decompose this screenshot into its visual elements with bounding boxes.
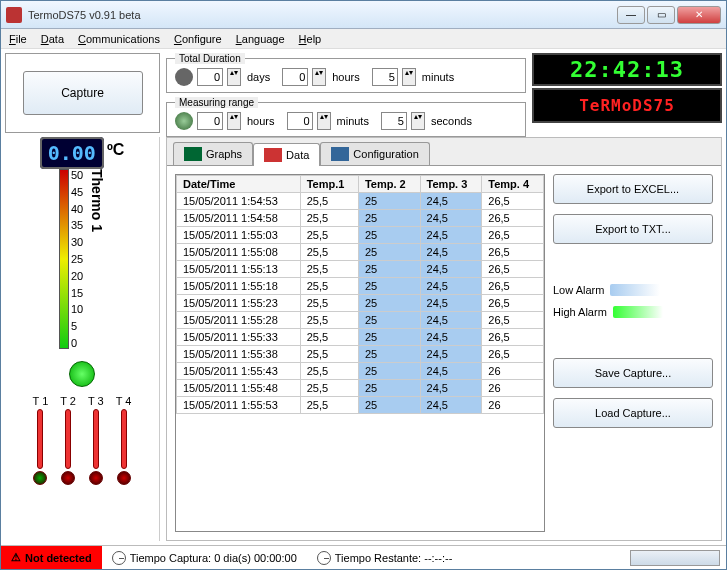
range-hours-spinner[interactable]: ▴▾ <box>227 112 241 130</box>
table-cell: 25,5 <box>300 261 358 278</box>
table-cell: 25,5 <box>300 278 358 295</box>
thermometer-panel: 0.00 ºC 50454035302520151050 Thermo 1 T … <box>5 137 160 541</box>
column-header[interactable]: Temp. 2 <box>358 176 420 193</box>
table-row[interactable]: 15/05/2011 1:55:5325,52524,526 <box>177 397 544 414</box>
status-remaining-time: Tiempo Restante: --:--:-- <box>307 546 463 569</box>
table-row[interactable]: 15/05/2011 1:55:2825,52524,526,5 <box>177 312 544 329</box>
table-cell: 25 <box>358 397 420 414</box>
config-icon <box>331 147 349 161</box>
tab-configuration[interactable]: Configuration <box>320 142 429 165</box>
table-cell: 25 <box>358 278 420 295</box>
table-cell: 25,5 <box>300 244 358 261</box>
table-row[interactable]: 15/05/2011 1:54:5325,52524,526,5 <box>177 193 544 210</box>
table-row[interactable]: 15/05/2011 1:55:3325,52524,526,5 <box>177 329 544 346</box>
table-row[interactable]: 15/05/2011 1:55:4325,52524,526 <box>177 363 544 380</box>
table-cell: 24,5 <box>420 227 482 244</box>
table-cell: 24,5 <box>420 261 482 278</box>
table-cell: 24,5 <box>420 363 482 380</box>
logo-label: TeRMoDS75 <box>532 88 722 123</box>
days-spinner[interactable]: ▴▾ <box>227 68 241 86</box>
range-seconds-spinner[interactable]: ▴▾ <box>411 112 425 130</box>
table-row[interactable]: 15/05/2011 1:55:4825,52524,526 <box>177 380 544 397</box>
table-row[interactable]: 15/05/2011 1:55:1325,52524,526,5 <box>177 261 544 278</box>
export-excel-button[interactable]: Export to EXCEL... <box>553 174 713 204</box>
table-cell: 25,5 <box>300 329 358 346</box>
table-row[interactable]: 15/05/2011 1:55:3825,52524,526,5 <box>177 346 544 363</box>
range-seconds-field[interactable]: 5 <box>381 112 407 130</box>
table-cell: 25 <box>358 312 420 329</box>
hours-label: hours <box>332 71 360 83</box>
capture-button[interactable]: Capture <box>23 71 143 115</box>
menu-help[interactable]: Help <box>299 33 322 45</box>
export-txt-button[interactable]: Export to TXT... <box>553 214 713 244</box>
data-table-container[interactable]: Date/TimeTemp.1Temp. 2Temp. 3Temp. 415/0… <box>175 174 545 532</box>
status-capture-time: Tiempo Captura: 0 dia(s) 00:00:00 <box>102 546 307 569</box>
column-header[interactable]: Temp. 4 <box>482 176 544 193</box>
range-hours-field[interactable]: 0 <box>197 112 223 130</box>
maximize-button[interactable]: ▭ <box>647 6 675 24</box>
table-cell: 24,5 <box>420 244 482 261</box>
scale-tick: 30 <box>71 236 83 248</box>
hours-field[interactable]: 0 <box>282 68 308 86</box>
range-minuts-field[interactable]: 0 <box>287 112 313 130</box>
table-cell: 24,5 <box>420 329 482 346</box>
table-cell: 15/05/2011 1:55:18 <box>177 278 301 295</box>
table-cell: 25 <box>358 363 420 380</box>
low-alarm-swatch <box>610 284 660 296</box>
table-cell: 24,5 <box>420 397 482 414</box>
range-minuts-spinner[interactable]: ▴▾ <box>317 112 331 130</box>
tab-config-label: Configuration <box>353 148 418 160</box>
table-cell: 15/05/2011 1:55:43 <box>177 363 301 380</box>
table-cell: 24,5 <box>420 278 482 295</box>
mini-thermometer: T 2 <box>60 395 76 485</box>
scale-bar <box>59 169 69 349</box>
column-header[interactable]: Date/Time <box>177 176 301 193</box>
menu-communications[interactable]: Communications <box>78 33 160 45</box>
minuts-spinner[interactable]: ▴▾ <box>402 68 416 86</box>
table-row[interactable]: 15/05/2011 1:55:1825,52524,526,5 <box>177 278 544 295</box>
table-cell: 15/05/2011 1:55:03 <box>177 227 301 244</box>
days-label: days <box>247 71 270 83</box>
hours-spinner[interactable]: ▴▾ <box>312 68 326 86</box>
table-row[interactable]: 15/05/2011 1:54:5825,52524,526,5 <box>177 210 544 227</box>
mini-bulb <box>61 471 75 485</box>
table-cell: 24,5 <box>420 295 482 312</box>
tab-graphs[interactable]: Graphs <box>173 142 253 165</box>
save-capture-button[interactable]: Save Capture... <box>553 358 713 388</box>
table-cell: 25 <box>358 227 420 244</box>
menu-language[interactable]: Language <box>236 33 285 45</box>
table-row[interactable]: 15/05/2011 1:55:2325,52524,526,5 <box>177 295 544 312</box>
thermometer-bulb <box>69 361 95 387</box>
minuts-field[interactable]: 5 <box>372 68 398 86</box>
minimize-button[interactable]: — <box>617 6 645 24</box>
range-minuts-label: minuts <box>337 115 369 127</box>
menu-data[interactable]: Data <box>41 33 64 45</box>
table-row[interactable]: 15/05/2011 1:55:0325,52524,526,5 <box>177 227 544 244</box>
table-cell: 25 <box>358 244 420 261</box>
temperature-unit: ºC <box>107 141 124 158</box>
clock-icon <box>317 551 331 565</box>
days-field[interactable]: 0 <box>197 68 223 86</box>
menu-file[interactable]: File <box>9 33 27 45</box>
scale-tick: 35 <box>71 219 83 231</box>
table-row[interactable]: 15/05/2011 1:55:0825,52524,526,5 <box>177 244 544 261</box>
table-cell: 26,5 <box>482 329 544 346</box>
status-bar: ⚠ Not detected Tiempo Captura: 0 dia(s) … <box>1 545 726 569</box>
thermometer-label: Thermo 1 <box>89 169 105 232</box>
table-cell: 26,5 <box>482 261 544 278</box>
table-cell: 26,5 <box>482 193 544 210</box>
table-cell: 25 <box>358 210 420 227</box>
warning-icon: ⚠ <box>11 551 21 564</box>
table-cell: 25 <box>358 346 420 363</box>
column-header[interactable]: Temp.1 <box>300 176 358 193</box>
table-cell: 15/05/2011 1:55:08 <box>177 244 301 261</box>
load-capture-button[interactable]: Load Capture... <box>553 398 713 428</box>
close-button[interactable]: ✕ <box>677 6 721 24</box>
tab-data[interactable]: Data <box>253 143 320 166</box>
table-cell: 15/05/2011 1:55:13 <box>177 261 301 278</box>
scale-tick: 50 <box>71 169 83 181</box>
mini-label: T 4 <box>116 395 132 407</box>
scale-tick: 40 <box>71 203 83 215</box>
column-header[interactable]: Temp. 3 <box>420 176 482 193</box>
menu-configure[interactable]: Configure <box>174 33 222 45</box>
